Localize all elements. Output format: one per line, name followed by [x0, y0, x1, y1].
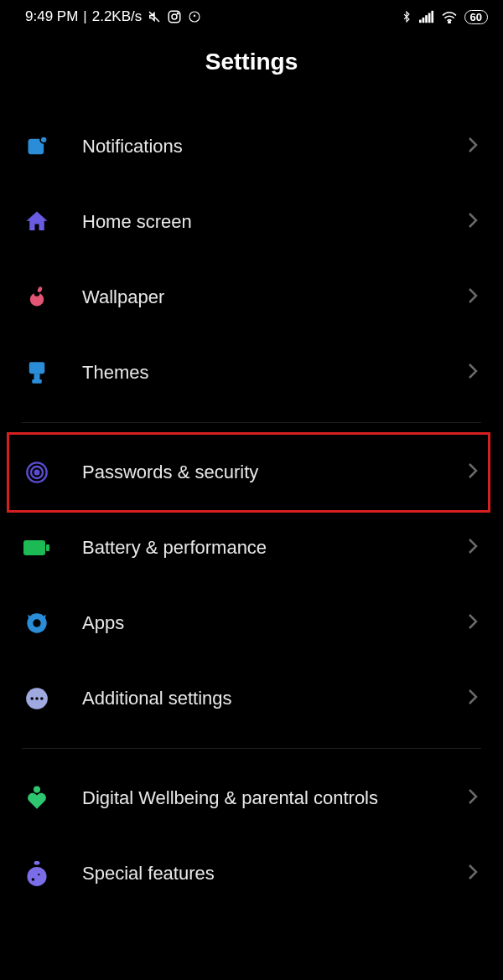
crest-icon	[187, 9, 202, 24]
svg-point-2	[178, 13, 179, 14]
svg-rect-5	[422, 18, 424, 23]
status-time: 9:49 PM	[25, 8, 78, 25]
chevron-right-icon	[468, 287, 478, 307]
chevron-right-icon	[468, 788, 478, 808]
chevron-right-icon	[468, 613, 478, 633]
wallpaper-icon	[22, 282, 52, 312]
battery-indicator: 60	[464, 10, 488, 24]
svg-point-31	[38, 874, 39, 875]
svg-rect-6	[425, 15, 428, 23]
wifi-icon	[441, 10, 458, 23]
settings-item-label: Home screen	[82, 210, 468, 235]
svg-rect-20	[46, 544, 49, 551]
settings-item-wallpaper[interactable]: Wallpaper	[15, 260, 488, 335]
svg-point-26	[40, 697, 44, 700]
svg-point-11	[40, 137, 47, 143]
svg-point-9	[448, 21, 449, 23]
settings-item-label: Themes	[82, 361, 468, 385]
svg-rect-19	[23, 540, 45, 555]
home-icon	[22, 207, 52, 237]
svg-point-12	[37, 286, 43, 293]
svg-rect-13	[29, 362, 44, 374]
svg-point-30	[32, 878, 34, 880]
settings-item-notifications[interactable]: Notifications	[15, 109, 488, 184]
settings-item-special-features[interactable]: Special features	[15, 836, 488, 911]
svg-rect-14	[34, 374, 40, 379]
wellbeing-icon	[22, 783, 52, 813]
svg-point-27	[34, 787, 40, 793]
bluetooth-icon	[401, 9, 412, 24]
svg-point-22	[33, 619, 40, 627]
chevron-right-icon	[468, 689, 478, 709]
settings-item-label: Battery & performance	[82, 536, 468, 560]
svg-point-18	[35, 471, 39, 475]
chevron-right-icon	[468, 538, 478, 558]
instagram-icon	[167, 9, 182, 24]
settings-item-label: Digital Wellbeing & parental controls	[82, 787, 468, 811]
svg-rect-15	[32, 379, 42, 384]
svg-rect-7	[428, 13, 430, 23]
settings-item-label: Passwords & security	[82, 461, 468, 485]
chevron-right-icon	[468, 212, 478, 232]
settings-list: Notifications Home screen Wallpaper Them…	[0, 109, 503, 911]
battery-icon	[22, 533, 52, 563]
status-data-rate: 2.2KB/s	[92, 8, 143, 25]
svg-point-24	[30, 697, 34, 700]
chevron-right-icon	[468, 462, 478, 482]
svg-rect-28	[34, 861, 40, 865]
section-divider	[22, 422, 481, 423]
settings-item-label: Notifications	[82, 135, 468, 159]
more-icon	[22, 683, 52, 714]
fingerprint-icon	[22, 457, 52, 487]
chevron-right-icon	[468, 137, 478, 157]
status-divider: |	[83, 8, 86, 25]
status-bar: 9:49 PM | 2.2KB/s 60	[0, 0, 503, 30]
settings-item-label: Additional settings	[82, 687, 468, 711]
settings-item-themes[interactable]: Themes	[15, 335, 488, 410]
settings-item-apps[interactable]: Apps	[15, 585, 488, 661]
page-title: Settings	[0, 30, 503, 109]
settings-item-passwords-security[interactable]: Passwords & security	[7, 432, 490, 513]
svg-rect-8	[431, 11, 433, 23]
svg-point-1	[172, 14, 177, 19]
notifications-icon	[22, 132, 52, 162]
settings-item-home-screen[interactable]: Home screen	[15, 184, 488, 260]
status-right: 60	[401, 9, 488, 24]
signal-icon	[419, 10, 434, 23]
settings-item-label: Wallpaper	[82, 286, 468, 310]
special-icon	[22, 859, 52, 889]
settings-item-additional[interactable]: Additional settings	[15, 661, 488, 736]
status-left: 9:49 PM | 2.2KB/s	[25, 8, 202, 25]
svg-point-25	[35, 697, 39, 700]
chevron-right-icon	[468, 864, 478, 884]
apps-icon	[22, 608, 52, 638]
themes-icon	[22, 358, 52, 388]
chevron-right-icon	[468, 363, 478, 383]
section-divider	[22, 748, 481, 749]
settings-item-label: Special features	[82, 862, 468, 886]
settings-item-digital-wellbeing[interactable]: Digital Wellbeing & parental controls	[15, 761, 488, 836]
settings-item-battery[interactable]: Battery & performance	[15, 510, 488, 585]
mute-icon	[147, 9, 162, 24]
settings-item-label: Apps	[82, 611, 468, 636]
svg-point-29	[27, 867, 46, 886]
svg-rect-4	[419, 20, 422, 23]
